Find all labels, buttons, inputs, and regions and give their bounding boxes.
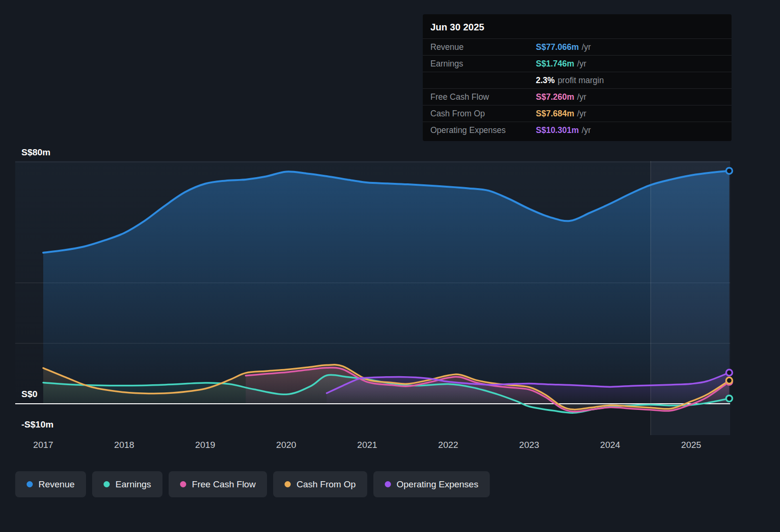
tooltip-row-value: S$7.260m — [536, 92, 574, 102]
tooltip-date: Jun 30 2025 — [423, 14, 732, 38]
tooltip-row-suffix: /yr — [582, 42, 591, 52]
tooltip-row-value-group: S$1.746m/yr — [536, 59, 586, 69]
tooltip-row-value: S$7.684m — [536, 109, 574, 118]
x-axis-label-2023: 2023 — [508, 440, 551, 450]
y-axis-label: -S$10m — [21, 419, 54, 430]
tooltip-row-operating-expenses: Operating ExpensesS$10.301m/yr — [423, 122, 732, 138]
earnings-end-dot — [726, 395, 732, 401]
legend-cash-from-op[interactable]: Cash From Op — [273, 471, 367, 497]
tooltip-row-value-group: 2.3%profit margin — [536, 76, 604, 86]
legend-label: Operating Expenses — [397, 479, 478, 490]
x-axis-label-2018: 2018 — [103, 440, 146, 450]
stock-financials-chart-page: S$80mS$0-S$10m 2017201820192020202120222… — [0, 0, 780, 532]
tooltip-row-suffix: /yr — [577, 92, 586, 102]
tooltip-rows: RevenueS$77.066m/yrEarningsS$1.746m/yr2.… — [423, 38, 732, 138]
chart-legend: RevenueEarningsFree Cash FlowCash From O… — [15, 471, 490, 497]
x-axis-label-2020: 2020 — [265, 440, 308, 450]
tooltip-row-suffix: /yr — [577, 59, 586, 68]
legend-free-cash-flow[interactable]: Free Cash Flow — [169, 471, 267, 497]
legend-earnings[interactable]: Earnings — [92, 471, 162, 497]
earnings-legend-dot — [104, 481, 110, 487]
legend-revenue[interactable]: Revenue — [15, 471, 86, 497]
tooltip-row-value-group: S$77.066m/yr — [536, 42, 591, 52]
tooltip-row-label: Earnings — [430, 59, 463, 69]
revenue-legend-dot — [27, 481, 33, 487]
tooltip-row-label: Revenue — [430, 42, 464, 52]
y-axis-label: S$80m — [21, 147, 50, 158]
tooltip-row-revenue: RevenueS$77.066m/yr — [423, 38, 732, 55]
x-axis-label-2025: 2025 — [670, 440, 713, 450]
tooltip-row-value-group: S$7.260m/yr — [536, 92, 586, 102]
free-cash-flow-legend-dot — [180, 481, 186, 487]
tooltip-row-label: Operating Expenses — [430, 125, 506, 135]
cash-from-op-end-dot — [726, 378, 732, 384]
chart-tooltip: Jun 30 2025 RevenueS$77.066m/yrEarningsS… — [423, 14, 732, 141]
tooltip-row-label: Cash From Op — [430, 109, 485, 119]
forecast-band — [651, 161, 730, 435]
legend-label: Earnings — [115, 479, 151, 490]
legend-label: Free Cash Flow — [192, 479, 256, 490]
x-axis-label-2017: 2017 — [22, 440, 65, 450]
tooltip-row-value: S$10.301m — [536, 125, 579, 135]
tooltip-row-free-cash-flow: Free Cash FlowS$7.260m/yr — [423, 88, 732, 105]
tooltip-row-profit-margin: 2.3%profit margin — [423, 72, 732, 88]
legend-operating-expenses[interactable]: Operating Expenses — [373, 471, 490, 497]
tooltip-row-value: S$1.746m — [536, 59, 574, 68]
cash-from-op-legend-dot — [285, 481, 291, 487]
tooltip-row-value-group: S$7.684m/yr — [536, 109, 586, 119]
revenue-end-dot — [726, 168, 732, 174]
tooltip-row-suffix: /yr — [577, 109, 586, 118]
tooltip-row-value-group: S$10.301m/yr — [536, 125, 591, 135]
tooltip-row-value: 2.3% — [536, 76, 555, 85]
x-axis-label-2019: 2019 — [184, 440, 227, 450]
operating-expenses-end-dot — [726, 370, 732, 376]
tooltip-row-label: Free Cash Flow — [430, 92, 489, 102]
tooltip-row-earnings: EarningsS$1.746m/yr — [423, 55, 732, 72]
x-axis-label-2021: 2021 — [346, 440, 389, 450]
operating-expenses-legend-dot — [385, 481, 391, 487]
tooltip-row-cash-from-op: Cash From OpS$7.684m/yr — [423, 105, 732, 122]
y-axis-label: S$0 — [21, 389, 38, 399]
x-axis-label-2024: 2024 — [589, 440, 632, 450]
legend-label: Revenue — [38, 479, 75, 490]
tooltip-row-value: S$77.066m — [536, 42, 579, 52]
tooltip-row-suffix: profit margin — [558, 76, 604, 85]
legend-label: Cash From Op — [296, 479, 356, 490]
tooltip-row-suffix: /yr — [582, 125, 591, 135]
x-axis-label-2022: 2022 — [427, 440, 470, 450]
